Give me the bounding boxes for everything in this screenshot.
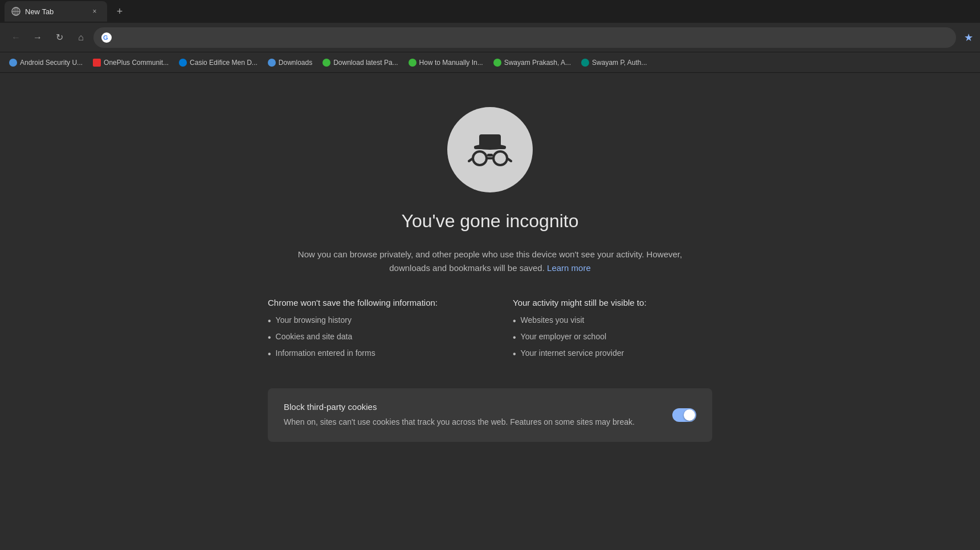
- wont-save-column: Chrome won't save the following informat…: [268, 298, 467, 366]
- bookmark-label-2: OnePlus Communit...: [104, 59, 169, 67]
- svg-rect-9: [487, 154, 493, 157]
- reload-button[interactable]: ↻: [50, 28, 68, 47]
- still-visible-column: Your activity might still be visible to:…: [513, 298, 712, 366]
- bookmark-label-4: Downloads: [279, 59, 312, 67]
- bookmark-item-4[interactable]: Downloads: [263, 56, 317, 69]
- info-columns: Chrome won't save the following informat…: [268, 298, 712, 366]
- title-bar: New Tab × +: [0, 0, 980, 23]
- bookmark-label-6: How to Manually In...: [419, 59, 483, 67]
- bookmark-label-1: Android Security U...: [20, 59, 83, 67]
- bookmark-item-8[interactable]: Swayam P, Auth...: [577, 56, 652, 69]
- wont-save-item-3: Information entered in forms: [268, 348, 467, 359]
- still-visible-item-2-text: Your employer or school: [521, 332, 606, 341]
- cookies-box-content: Block third-party cookies When on, sites…: [284, 402, 659, 428]
- bookmark-favicon-4: [268, 59, 276, 67]
- bookmark-favicon-3: [179, 59, 187, 67]
- bookmark-item-1[interactable]: Android Security U...: [5, 56, 87, 69]
- main-content: You've gone incognito Now you can browse…: [0, 73, 980, 465]
- cookies-title: Block third-party cookies: [284, 402, 659, 412]
- svg-rect-7: [479, 134, 501, 147]
- incognito-icon: [447, 107, 533, 192]
- back-icon: ←: [11, 32, 21, 43]
- still-visible-item-1-text: Websites you visit: [521, 315, 585, 325]
- bookmark-label-3: Casio Edifice Men D...: [190, 59, 258, 67]
- wont-save-item-1-text: Your browsing history: [276, 315, 352, 325]
- wont-save-item-3-text: Information entered in forms: [276, 348, 375, 358]
- learn-more-link[interactable]: Learn more: [547, 263, 591, 273]
- bookmark-favicon-1: [9, 59, 17, 67]
- wont-save-item-2-text: Cookies and site data: [276, 332, 353, 341]
- address-favicon: G: [101, 32, 112, 43]
- still-visible-item-3-text: Your internet service provider: [521, 348, 624, 358]
- back-button[interactable]: ←: [7, 28, 25, 47]
- still-visible-title: Your activity might still be visible to:: [513, 298, 712, 307]
- tab-title: New Tab: [25, 7, 54, 16]
- bookmark-favicon-5: [322, 59, 330, 67]
- bookmark-star-button[interactable]: ★: [964, 31, 973, 44]
- home-button[interactable]: ⌂: [72, 28, 90, 47]
- new-tab-button[interactable]: +: [112, 3, 128, 19]
- cookies-desc: When on, sites can't use cookies that tr…: [284, 416, 659, 428]
- address-bar[interactable]: G: [93, 27, 956, 48]
- still-visible-item-2: Your employer or school: [513, 332, 712, 343]
- home-icon: ⌂: [78, 32, 84, 43]
- bookmarks-bar: Android Security U... OnePlus Communit..…: [0, 52, 980, 73]
- bookmark-item-2[interactable]: OnePlus Communit...: [88, 56, 173, 69]
- wont-save-title: Chrome won't save the following informat…: [268, 298, 467, 307]
- address-input[interactable]: [116, 33, 948, 42]
- cookies-toggle[interactable]: [672, 408, 696, 422]
- incognito-description: Now you can browse privately, and other …: [285, 248, 695, 275]
- bookmark-favicon-7: [493, 59, 501, 67]
- wont-save-item-1: Your browsing history: [268, 315, 467, 326]
- reload-icon: ↻: [56, 32, 63, 43]
- bookmark-favicon-2: [93, 59, 101, 67]
- svg-text:G: G: [103, 34, 108, 41]
- still-visible-item-1: Websites you visit: [513, 315, 712, 326]
- bookmark-item-3[interactable]: Casio Edifice Men D...: [174, 56, 262, 69]
- forward-button[interactable]: →: [28, 28, 47, 47]
- still-visible-item-3: Your internet service provider: [513, 348, 712, 359]
- bookmark-label-7: Swayam Prakash, A...: [504, 59, 571, 67]
- forward-icon: →: [33, 32, 42, 43]
- wont-save-item-2: Cookies and site data: [268, 332, 467, 343]
- bookmark-item-7[interactable]: Swayam Prakash, A...: [489, 56, 575, 69]
- svg-rect-8: [474, 146, 506, 149]
- tab-favicon: [11, 7, 21, 16]
- bookmark-favicon-8: [581, 59, 589, 67]
- bookmark-favicon-6: [409, 59, 416, 67]
- bookmark-item-6[interactable]: How to Manually In...: [404, 56, 488, 69]
- bookmark-label-8: Swayam P, Auth...: [592, 59, 647, 67]
- still-visible-list: Websites you visit Your employer or scho…: [513, 315, 712, 360]
- description-text: Now you can browse privately, and other …: [298, 249, 682, 273]
- close-tab-button[interactable]: ×: [89, 6, 100, 17]
- active-tab[interactable]: New Tab ×: [5, 1, 107, 22]
- svg-point-11: [493, 151, 507, 165]
- bookmark-item-5[interactable]: Download latest Pa...: [318, 56, 402, 69]
- bookmark-label-5: Download latest Pa...: [333, 59, 398, 67]
- incognito-title: You've gone incognito: [402, 211, 579, 232]
- toggle-knob: [684, 409, 695, 421]
- wont-save-list: Your browsing history Cookies and site d…: [268, 315, 467, 360]
- cookies-toggle-wrap: [672, 408, 696, 422]
- cookies-box: Block third-party cookies When on, sites…: [268, 388, 712, 442]
- toolbar: ← → ↻ ⌂ G ★: [0, 23, 980, 52]
- svg-point-10: [473, 151, 487, 165]
